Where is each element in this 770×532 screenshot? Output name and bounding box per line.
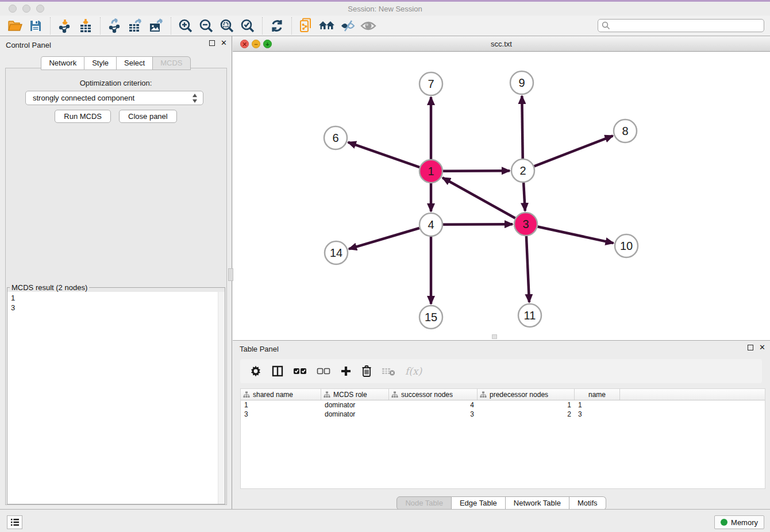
graph-node-label-7: 7 (428, 78, 434, 90)
network-export-icon[interactable] (105, 17, 125, 35)
table-cell[interactable]: dominator (321, 410, 389, 419)
table-tabs: Node Table Edge Table Network Table Moti… (233, 496, 770, 510)
document-network-icon[interactable] (296, 17, 317, 35)
tab-style[interactable]: Style (84, 56, 117, 70)
optimization-criterion-label: Optimization criterion: (0, 79, 232, 87)
table-export-icon[interactable] (125, 17, 146, 35)
table-row[interactable]: 1dominator411 (241, 400, 765, 410)
column-header-label: name (588, 391, 606, 399)
float-table-panel-icon[interactable] (748, 345, 753, 350)
close-panel-button[interactable]: Close panel (119, 110, 177, 123)
table-cell[interactable]: dominator (321, 400, 389, 410)
control-panel-tabs: Network Style Select MCDS (0, 56, 232, 70)
optimization-criterion-select[interactable]: strongly connected component (25, 91, 203, 105)
table-cell[interactable]: 1 (575, 400, 620, 410)
graph-edge-2-9[interactable] (522, 96, 522, 159)
graph-edge-2-3[interactable] (523, 183, 525, 211)
column-header-name[interactable]: name (575, 389, 620, 400)
graph-edge-2-8[interactable] (534, 136, 613, 166)
close-panel-icon[interactable]: ✕ (221, 40, 227, 46)
save-icon[interactable] (25, 17, 46, 35)
memory-status-icon (721, 519, 727, 526)
application-window: Session: New Session (0, 0, 770, 532)
select-all-icon[interactable] (293, 364, 307, 379)
graph-edge-3-11[interactable] (526, 236, 529, 302)
deselect-all-icon[interactable] (317, 364, 330, 379)
table-header-row: shared nameMCDS rolesuccessor nodesprede… (241, 389, 765, 400)
memory-button[interactable]: Memory (714, 515, 764, 529)
mcds-result-scrollbar[interactable] (218, 292, 225, 504)
zoom-in-icon[interactable] (175, 17, 196, 35)
table-panel: Table Panel ✕ (233, 340, 770, 509)
table-row[interactable]: 3dominator323 (241, 410, 765, 419)
zoom-check-icon[interactable] (237, 17, 258, 35)
image-export-icon[interactable] (146, 17, 167, 35)
graph-edge-4-3[interactable] (443, 224, 513, 225)
graph-node-label-4: 4 (428, 218, 434, 231)
zoom-out-icon[interactable] (196, 17, 217, 35)
horizontal-splitter-handle[interactable] (492, 334, 497, 339)
column-header-predecessor-nodes[interactable]: predecessor nodes (478, 389, 575, 400)
table-cell[interactable]: 1 (241, 400, 321, 410)
gear-icon[interactable] (249, 364, 262, 379)
network-graph[interactable]: 7968124314101511 (233, 52, 770, 340)
function-icon: f(x) (405, 364, 422, 379)
network-window-titlebar[interactable]: ✕ − + scc.txt (233, 36, 770, 52)
vertical-splitter-handle[interactable] (228, 268, 233, 281)
graph-node-label-9: 9 (518, 76, 525, 89)
column-header-shared-name[interactable]: shared name (241, 389, 321, 400)
refresh-icon[interactable] (267, 17, 287, 35)
graph-node-label-14: 14 (330, 246, 342, 259)
tab-select[interactable]: Select (117, 56, 153, 70)
columns-icon[interactable] (272, 364, 283, 379)
graph-edge-1-6[interactable] (348, 142, 419, 167)
table-cell[interactable]: 3 (389, 410, 478, 419)
add-column-icon[interactable] (340, 364, 352, 379)
column-tree-icon (480, 391, 487, 398)
eye-icon[interactable] (358, 17, 379, 35)
status-bar: Memory (0, 509, 770, 532)
trash-icon[interactable] (361, 364, 372, 379)
graph-edge-4-14[interactable] (349, 228, 419, 249)
table-cell[interactable]: 2 (478, 410, 575, 419)
column-header-successor-nodes[interactable]: successor nodes (389, 389, 478, 400)
graph-node-label-6: 6 (332, 132, 338, 144)
optimization-criterion-value: strongly connected component (33, 94, 134, 102)
search-input[interactable] (610, 20, 764, 31)
tab-network[interactable]: Network (41, 56, 84, 70)
graph-edge-3-1[interactable] (442, 178, 515, 218)
float-panel-icon[interactable] (209, 40, 215, 46)
select-stepper-icon (192, 94, 198, 103)
graph-edge-3-10[interactable] (538, 226, 614, 243)
eye-slash-icon[interactable] (337, 17, 358, 35)
table-import-icon[interactable] (75, 17, 96, 35)
network-canvas[interactable]: 7968124314101511 (233, 52, 770, 340)
tab-edge-table[interactable]: Edge Table (452, 496, 506, 510)
table-cell[interactable]: 4 (389, 400, 478, 410)
memory-label: Memory (731, 518, 758, 527)
zoom-fit-icon[interactable] (217, 17, 237, 35)
tab-node-table[interactable]: Node Table (396, 496, 452, 510)
tab-mcds[interactable]: MCDS (153, 56, 190, 70)
close-table-panel-icon[interactable]: ✕ (759, 345, 765, 350)
table-cell[interactable]: 3 (241, 410, 321, 419)
control-panel-title: Control Panel (6, 41, 51, 49)
folder-open-icon[interactable] (5, 17, 25, 35)
tab-motifs[interactable]: Motifs (569, 496, 606, 510)
table-cell[interactable]: 1 (478, 400, 575, 410)
run-mcds-button[interactable]: Run MCDS (55, 110, 111, 123)
graph-node-label-11: 11 (524, 309, 536, 322)
node-table: shared nameMCDS rolesuccessor nodesprede… (240, 388, 765, 489)
graph-edge-1-2[interactable] (443, 171, 510, 171)
titlebar: Session: New Session (0, 2, 770, 16)
tab-network-table[interactable]: Network Table (506, 496, 569, 510)
search-icon (602, 21, 610, 30)
network-import-icon[interactable] (55, 17, 75, 35)
column-tree-icon (391, 391, 398, 398)
column-header-MCDS-role[interactable]: MCDS role (321, 389, 389, 400)
graph-node-label-10: 10 (620, 240, 633, 252)
task-list-icon[interactable] (7, 515, 22, 529)
mcds-result-list[interactable]: 1 3 (7, 292, 225, 314)
houses-icon[interactable] (317, 17, 337, 35)
table-cell[interactable]: 3 (575, 410, 620, 419)
